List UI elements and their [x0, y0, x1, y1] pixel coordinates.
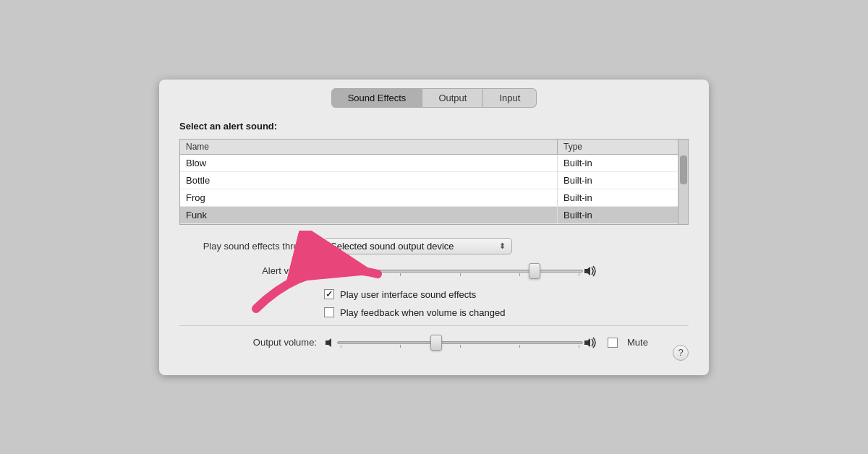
tick	[519, 273, 520, 276]
sound-name-cell: Bottle	[180, 172, 558, 189]
speaker-high-icon	[583, 265, 600, 278]
tab-output[interactable]: Output	[422, 88, 483, 108]
tick	[460, 273, 461, 276]
tab-sound-effects[interactable]: Sound Effects	[331, 88, 423, 108]
alert-volume-slider[interactable]	[337, 265, 583, 278]
tick	[579, 345, 579, 348]
column-name-header: Name	[180, 140, 558, 154]
sound-name-cell: Funk	[180, 207, 558, 223]
sound-name-cell: Frog	[180, 189, 558, 206]
sound-type-cell: Built-in	[558, 189, 688, 206]
checkmark-icon: ✓	[326, 289, 333, 299]
tab-content: Select an alert sound: Name Type Blow Bu…	[159, 108, 709, 349]
speaker-low-icon	[324, 336, 337, 349]
volume-feedback-row: Play feedback when volume is changed	[179, 307, 689, 318]
output-volume-row: Output volume:	[179, 336, 689, 349]
scrollbar[interactable]	[678, 140, 688, 224]
tick	[579, 273, 579, 276]
sound-preferences-panel: Sound Effects Output Input Select an ale…	[159, 80, 709, 375]
volume-feedback-checkbox[interactable]	[324, 307, 334, 317]
table-row[interactable]: Bottle Built-in	[180, 172, 688, 189]
play-through-label: Play sound effects through:	[179, 241, 324, 252]
svg-marker-2	[326, 338, 331, 347]
slider-ticks	[338, 273, 582, 276]
slider-thumb[interactable]	[430, 335, 442, 351]
dropdown-selected-value: Selected sound output device	[331, 241, 493, 252]
mute-row: Mute	[608, 337, 648, 348]
ui-sounds-row: ✓ Play user interface sound effects	[179, 289, 689, 300]
mute-checkbox[interactable]	[608, 338, 618, 348]
play-through-row: Play sound effects through: Selected sou…	[179, 238, 689, 254]
mute-label: Mute	[627, 337, 648, 348]
alert-volume-label: Alert volume:	[179, 265, 324, 276]
slider-ticks	[338, 345, 582, 348]
svg-marker-3	[584, 338, 590, 347]
svg-marker-1	[584, 267, 590, 275]
sound-type-cell: Built-in	[558, 172, 688, 189]
output-volume-slider[interactable]	[337, 336, 583, 349]
table-row[interactable]: Blow Built-in	[180, 155, 688, 172]
ui-sounds-label: Play user interface sound effects	[340, 289, 476, 300]
output-volume-section: Output volume:	[179, 325, 689, 349]
tick	[519, 345, 520, 348]
slider-track-bg	[337, 270, 583, 273]
alert-sound-label: Select an alert sound:	[179, 121, 689, 132]
tab-input[interactable]: Input	[483, 88, 537, 108]
sound-list-table[interactable]: Name Type Blow Built-in Bottle Built-in …	[179, 139, 689, 225]
scrollbar-thumb[interactable]	[680, 155, 687, 184]
ui-sounds-checkbox[interactable]: ✓	[324, 289, 334, 299]
slider-thumb[interactable]	[529, 263, 540, 279]
table-row[interactable]: Frog Built-in	[180, 189, 688, 207]
tick	[400, 273, 401, 276]
tick	[341, 345, 341, 348]
slider-track-bg	[337, 341, 583, 344]
tabs-container: Sound Effects Output Input	[159, 80, 709, 108]
sound-type-cell: Built-in	[558, 207, 688, 223]
output-volume-label: Output volume:	[179, 337, 324, 348]
tick	[341, 273, 341, 276]
output-device-dropdown[interactable]: Selected sound output device ⬍	[324, 238, 512, 254]
chevron-icon: ⬍	[499, 241, 506, 251]
speaker-high-icon	[583, 336, 600, 349]
table-row[interactable]: Funk Built-in	[180, 207, 688, 224]
sound-type-cell: Built-in	[558, 155, 688, 171]
help-button[interactable]: ?	[673, 345, 689, 361]
speaker-low-icon	[324, 265, 337, 278]
sound-name-cell: Blow	[180, 155, 558, 171]
svg-marker-0	[326, 267, 331, 275]
column-type-header: Type	[558, 140, 688, 154]
tick	[460, 345, 461, 348]
alert-volume-row: Alert volume:	[179, 265, 689, 278]
tick	[400, 345, 401, 348]
table-header: Name Type	[180, 140, 688, 155]
volume-feedback-label: Play feedback when volume is changed	[340, 307, 505, 318]
